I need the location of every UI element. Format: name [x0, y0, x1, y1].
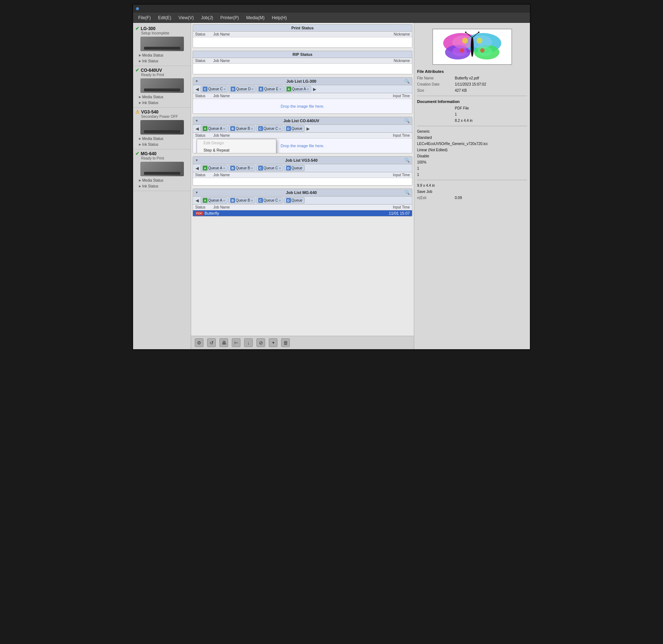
menu-view[interactable]: View(V) — [175, 15, 197, 21]
rip-status-body — [193, 64, 412, 74]
menu-file[interactable]: File(F) — [135, 15, 155, 21]
queue-tab-d[interactable]: D Queue — [284, 165, 305, 171]
sidebar-item-ink-status-lg300[interactable]: ▶ Ink Status — [139, 58, 189, 64]
sidebar-item-media-status-vg3540[interactable]: ▶ Media Status — [139, 136, 189, 142]
cm-step-repeat[interactable]: Step & Repeat — [197, 146, 276, 153]
printer-vg3540-sublinks: ▶ Media Status ▶ Ink Status — [139, 136, 189, 148]
sidebar-item-ink-status-vg3540[interactable]: ▶ Ink Status — [139, 142, 189, 148]
col-status: Status — [195, 205, 213, 209]
job-list-mg640-header: ▼ Job List MG-640 🔍 — [193, 189, 412, 197]
sidebar-item-ink-status-co640uv[interactable]: ▶ Ink Status — [139, 100, 189, 106]
job-list-mg640-title: Job List MG-640 — [200, 190, 403, 195]
queue-tab-c[interactable]: C Queue C ○ — [201, 86, 228, 92]
sidebar-item-media-status-co640uv[interactable]: ▶ Media Status — [139, 94, 189, 100]
queue-tab-c[interactable]: C Queue C ○ — [256, 197, 283, 203]
svg-point-9 — [477, 38, 482, 44]
menu-job[interactable]: Job(J) — [197, 15, 217, 21]
search-icon[interactable]: 🔍 — [404, 118, 410, 123]
fa-value-size: 427 KB — [455, 87, 467, 94]
printer-co640uv[interactable]: ✔ CO-640UV Ready to Print ▶ Media Status… — [133, 66, 191, 108]
fa-value-pages: 1 — [455, 111, 457, 117]
queue-nav-right[interactable]: ▶ — [305, 126, 311, 131]
queue-tab-b[interactable]: B Queue B ○ — [228, 197, 255, 203]
stop-toolbar-icon[interactable]: ⊘ — [256, 338, 265, 347]
fa-value-percent: 100% — [417, 159, 427, 165]
fa-row-dup-dims: 9.9 x 4.4 in — [417, 182, 527, 189]
fa-divider2 — [417, 126, 527, 126]
menu-help[interactable]: Help(H) — [268, 15, 291, 21]
queue-tab-d[interactable]: D Queue — [284, 125, 305, 132]
fa-value-standard: Standard — [417, 135, 432, 141]
sidebar-item-media-status-mg640[interactable]: ▶ Media Status — [139, 178, 189, 183]
printer-co640uv-thumb — [140, 78, 184, 93]
job-row-butterfly[interactable]: PDF Butterfly 11/01 15:07 — [193, 210, 412, 216]
queue-tab-c[interactable]: C Queue C ○ — [256, 125, 283, 132]
printer-vg3540-name: ⚠ VG3-540 — [135, 109, 189, 115]
fa-value-generic: Generic — [417, 128, 430, 135]
fa-row-pages: 1 — [417, 111, 527, 117]
arrow-icon: ▶ — [139, 53, 141, 58]
rip-status-header: RIP Status — [193, 51, 412, 58]
queue-tab-c[interactable]: C Queue C ○ — [256, 165, 283, 171]
butterfly-preview — [432, 29, 512, 65]
collapse-icon[interactable]: ▼ — [195, 79, 198, 83]
queue-nav-left[interactable]: ◀ — [194, 166, 200, 171]
printer-lg300[interactable]: ✔ LG-300 Setup Incomplete ▶ Media Status… — [133, 24, 191, 66]
arrow-icon: ▶ — [139, 95, 141, 100]
col-status: Status — [195, 133, 213, 137]
queue-nav-left[interactable]: ◀ — [194, 126, 200, 131]
col-name: Job Name — [213, 205, 381, 209]
search-icon[interactable]: 🔍 — [404, 79, 410, 84]
queue-tab-a[interactable]: A Queue A ○ — [284, 86, 311, 92]
queue-tab-b[interactable]: B Queue B ○ — [228, 165, 255, 171]
delete-toolbar-icon[interactable]: 🗑 — [281, 338, 290, 347]
search-icon[interactable]: 🔍 — [404, 158, 410, 163]
sidebar: ✔ LG-300 Setup Incomplete ▶ Media Status… — [133, 23, 191, 349]
drop-zone-lg300[interactable]: Drop the image file here. — [193, 99, 412, 113]
svg-point-16 — [478, 32, 479, 33]
fa-row-disable: Disable — [417, 153, 527, 159]
sidebar-item-media-status-lg300[interactable]: ▶ Media Status — [139, 53, 189, 58]
collapse-icon[interactable]: ▼ — [195, 191, 198, 194]
sidebar-item-ink-status-mg640[interactable]: ▶ Ink Status — [139, 183, 189, 189]
collapse-icon[interactable]: ▼ — [195, 119, 198, 123]
queue-tab-a[interactable]: A Queue A ○ — [201, 125, 227, 132]
queue-tab-a[interactable]: A Queue A ○ — [201, 165, 227, 171]
processing-toolbar-icon[interactable]: ✦ — [269, 338, 277, 347]
settings-toolbar-icon[interactable]: ⚙ — [195, 338, 203, 347]
queue-tab-e[interactable]: E Queue E ○ — [256, 86, 284, 92]
warning-icon: ⚠ — [135, 109, 140, 115]
queue-nav-left[interactable]: ◀ — [194, 87, 200, 92]
printer-vg3540[interactable]: ⚠ VG3-540 Secondary Power OFF ▶ Media St… — [133, 108, 191, 149]
download-toolbar-icon[interactable]: ↓ — [244, 338, 253, 347]
menu-bar: File(F) Edit(E) View(V) Job(J) Printer(P… — [133, 13, 530, 23]
app-window: File(F) Edit(E) View(V) Job(J) Printer(P… — [132, 4, 531, 350]
queue-tab-a[interactable]: A Queue A ○ — [201, 197, 227, 203]
job-list-lg300-header: ▼ Job List LG-300 🔍 — [193, 78, 412, 85]
queue-tab-d[interactable]: D Queue D ○ — [228, 86, 256, 92]
job-list-vg3540-queues: ◀ A Queue A ○ B Queue B ○ C Queue C ○ — [193, 164, 412, 172]
cut-toolbar-icon[interactable]: ⊢ — [232, 338, 240, 347]
search-icon[interactable]: 🔍 — [404, 190, 410, 195]
queue-nav-left[interactable]: ◀ — [194, 198, 200, 203]
fa-row-pdffile: PDF File — [417, 105, 527, 111]
menu-edit[interactable]: Edit(E) — [155, 15, 175, 21]
file-attributes: File Attributes File Name Butterfly v2.p… — [417, 69, 527, 201]
print-toolbar-icon[interactable]: 🖶 — [219, 338, 228, 347]
printer-mg640[interactable]: ✔ MG-640 Ready to Print ▶ Media Status ▶… — [133, 149, 191, 191]
queue-tab-b[interactable]: B Queue B ○ — [228, 125, 255, 132]
job-name: Butterfly — [205, 211, 219, 215]
queue-tab-d[interactable]: D Queue — [284, 197, 305, 203]
collapse-icon[interactable]: ▼ — [195, 158, 198, 162]
job-list-lg300-cols: Status Job Name Input Time — [193, 93, 412, 99]
title-bar — [133, 5, 530, 13]
job-list-vg3540-title: Job List VG3-540 — [200, 158, 403, 162]
print-col-name: Job Name — [213, 32, 381, 36]
menu-media[interactable]: Media(M) — [243, 15, 268, 21]
job-list-vg3540-header: ▼ Job List VG3-540 🔍 — [193, 157, 412, 164]
refresh-toolbar-icon[interactable]: ↺ — [207, 338, 216, 347]
menu-printer[interactable]: Printer(P) — [217, 15, 243, 21]
queue-nav-right[interactable]: ▶ — [312, 87, 317, 92]
printer-lg300-status: Setup Incomplete — [141, 31, 189, 35]
col-time: Input Time — [381, 173, 410, 177]
